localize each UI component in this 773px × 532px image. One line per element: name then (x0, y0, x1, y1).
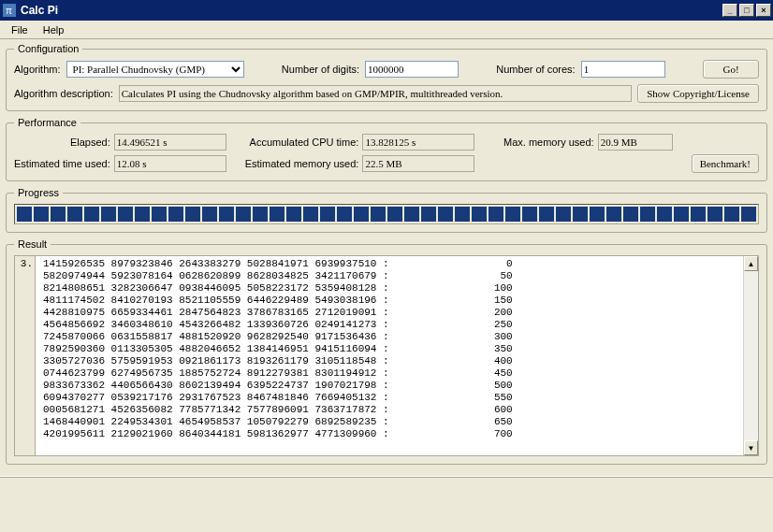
progress-block (438, 207, 453, 222)
progress-block (455, 207, 470, 222)
progress-block (51, 207, 66, 222)
progress-block (168, 207, 183, 222)
cores-label: Number of cores: (496, 64, 575, 75)
acc-cpu-label: Accumulated CPU time: (250, 137, 359, 148)
progress-block (286, 207, 301, 222)
menu-help[interactable]: Help (36, 22, 72, 37)
status-bar (0, 476, 773, 495)
progress-block (270, 207, 284, 222)
progress-block (84, 207, 99, 222)
menu-file[interactable]: File (4, 22, 36, 37)
progress-block (17, 207, 32, 222)
progress-block (421, 207, 436, 222)
title-bar: π Calc Pi _ □ × (0, 0, 773, 21)
elapsed-label: Elapsed: (70, 137, 110, 148)
progress-block (320, 207, 335, 222)
progress-legend: Progress (14, 187, 63, 198)
progress-block (590, 207, 605, 222)
progress-block (236, 207, 251, 222)
svg-text:π: π (6, 6, 12, 16)
go-button[interactable]: Go! (703, 60, 759, 79)
progress-block (253, 207, 268, 222)
progress-block (657, 207, 672, 222)
configuration-legend: Configuration (14, 43, 82, 54)
performance-legend: Performance (14, 117, 80, 128)
progress-block (387, 207, 402, 222)
progress-block (202, 207, 217, 222)
progress-block (573, 207, 588, 222)
menu-bar: File Help (0, 21, 773, 39)
progress-block (640, 207, 655, 222)
cores-input[interactable] (581, 61, 665, 78)
configuration-group: Configuration Algorithm: PI: Parallel Ch… (6, 43, 767, 111)
esttime-label: Estimated time used: (14, 158, 110, 169)
progress-block (185, 207, 200, 222)
close-button[interactable]: × (756, 4, 771, 17)
progress-block (539, 207, 554, 222)
result-scrollbar[interactable]: ▲ ▼ (743, 256, 758, 455)
progress-block (505, 207, 520, 222)
license-button[interactable]: Show Copyright/License (637, 84, 759, 103)
progress-block (606, 207, 621, 222)
window-title: Calc Pi (21, 4, 722, 17)
benchmark-button[interactable]: Benchmark! (692, 154, 759, 173)
app-icon: π (2, 3, 17, 18)
progress-block (724, 207, 739, 222)
progress-block (219, 207, 234, 222)
progress-block (489, 207, 503, 222)
result-text[interactable]: 1415926535 8979323846 2643383279 5028841… (36, 256, 743, 455)
estmem-value (362, 155, 474, 172)
progress-block (522, 207, 537, 222)
esttime-value (114, 155, 226, 172)
description-field (119, 85, 632, 102)
progress-group: Progress (6, 187, 767, 233)
acc-cpu-value (362, 134, 474, 151)
scroll-track[interactable] (744, 271, 758, 440)
progress-block (337, 207, 352, 222)
window-controls: _ □ × (722, 4, 771, 17)
result-group: Result 3. 1415926535 8979323846 26433832… (6, 238, 767, 465)
result-legend: Result (14, 238, 51, 250)
progress-block (404, 207, 419, 222)
performance-group: Performance Elapsed: Accumulated CPU tim… (6, 117, 767, 181)
maxmem-label: Max. memory used: (503, 137, 594, 148)
progress-block (101, 207, 116, 222)
scroll-down-icon[interactable]: ▼ (744, 440, 758, 455)
minimize-button[interactable]: _ (722, 4, 737, 17)
progress-block (118, 207, 133, 222)
maxmem-value (598, 134, 673, 151)
progress-block (691, 207, 706, 222)
result-prefix: 3. (15, 256, 36, 455)
progress-block (623, 207, 638, 222)
digits-label: Number of digits: (282, 64, 359, 75)
progress-block (303, 207, 318, 222)
progress-block (354, 207, 369, 222)
elapsed-value (114, 134, 226, 151)
progress-block (674, 207, 689, 222)
estmem-label: Estimated memory used: (245, 158, 359, 169)
progress-block (741, 207, 756, 222)
progress-block (67, 207, 82, 222)
algorithm-select[interactable]: PI: Parallel Chudnovsky (GMP) (66, 61, 244, 78)
maximize-button[interactable]: □ (739, 4, 754, 17)
progress-bar (14, 204, 759, 224)
progress-block (707, 207, 722, 222)
progress-block (135, 207, 150, 222)
progress-block (556, 207, 571, 222)
progress-block (152, 207, 167, 222)
progress-block (34, 207, 49, 222)
algorithm-label: Algorithm: (14, 64, 61, 75)
description-label: Algorithm description: (14, 88, 113, 99)
progress-block (472, 207, 487, 222)
digits-input[interactable] (365, 61, 459, 78)
scroll-up-icon[interactable]: ▲ (744, 256, 758, 271)
progress-block (371, 207, 386, 222)
